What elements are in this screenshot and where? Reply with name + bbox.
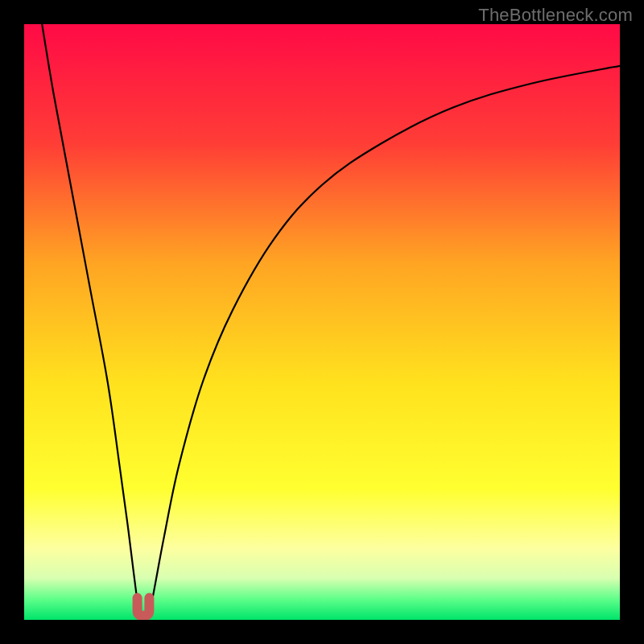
curve-layer	[24, 24, 620, 620]
bottleneck-curve	[42, 24, 620, 618]
chart-frame: TheBottleneck.com	[0, 0, 644, 644]
plot-area	[24, 24, 620, 620]
watermark-text: TheBottleneck.com	[478, 5, 633, 26]
optimal-marker	[138, 598, 150, 616]
